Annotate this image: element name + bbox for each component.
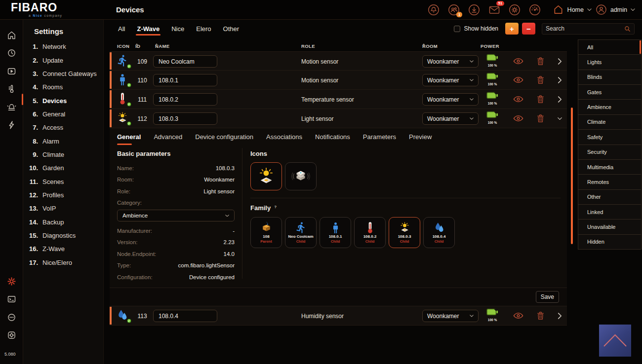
- room-select[interactable]: Woonkamer: [422, 310, 479, 322]
- sidebar-item-backup[interactable]: 14.Backup: [23, 215, 103, 228]
- mail-icon[interactable]: 51: [488, 4, 500, 16]
- tab-nice[interactable]: Nice: [170, 22, 185, 36]
- device-name-input[interactable]: [153, 93, 217, 106]
- gear-icon[interactable]: [509, 4, 521, 16]
- show-hidden-checkbox[interactable]: [454, 26, 460, 32]
- visibility-eye-icon[interactable]: [513, 76, 523, 83]
- sidebar-item-rooms[interactable]: 4.Rooms: [23, 80, 103, 94]
- delete-trash-icon[interactable]: [537, 75, 544, 84]
- expand-chevron-icon[interactable]: [557, 77, 562, 83]
- remove-device-button[interactable]: −: [522, 23, 535, 35]
- category-item-linked[interactable]: Linked: [578, 204, 641, 219]
- alarm-bell-icon[interactable]: [428, 4, 440, 16]
- sidebar-item-z-wave[interactable]: 16.Z-Wave: [23, 242, 103, 255]
- gauge-icon[interactable]: [529, 4, 541, 16]
- detail-tab-preview[interactable]: Preview: [409, 133, 432, 145]
- family-card[interactable]: 108.0.3Child: [389, 217, 420, 248]
- delete-trash-icon[interactable]: [537, 95, 544, 104]
- sidebar-item-network[interactable]: 1.Network: [23, 40, 103, 53]
- detail-tab-associations[interactable]: Associations: [266, 133, 302, 145]
- home-icon[interactable]: [0, 26, 23, 44]
- download-icon[interactable]: [468, 4, 480, 16]
- expand-chevron-icon[interactable]: [557, 96, 562, 103]
- sidebar-item-general[interactable]: 6.General: [23, 108, 103, 121]
- sidebar-item-voip[interactable]: 13.VoIP: [23, 202, 103, 215]
- room-select[interactable]: Woonkamer: [422, 93, 479, 106]
- room-select[interactable]: Woonkamer: [422, 55, 479, 68]
- user-menu[interactable]: admin: [596, 4, 642, 15]
- category-item-lights[interactable]: Lights: [578, 54, 641, 69]
- tab-all[interactable]: All: [117, 22, 126, 36]
- category-item-multimedia[interactable]: Multimedia: [578, 159, 641, 174]
- category-item-hidden[interactable]: Hidden: [578, 234, 641, 249]
- expand-chevron-icon[interactable]: [557, 58, 562, 65]
- terminal-icon[interactable]: [0, 291, 23, 309]
- room-select[interactable]: Woonkamer: [422, 74, 479, 86]
- device-row[interactable]: ✓ 112 Light sensor Woonkamer 100 %: [110, 109, 567, 128]
- expand-chevron-icon[interactable]: [557, 313, 562, 319]
- history-icon[interactable]: [0, 44, 23, 63]
- sidebar-item-garden[interactable]: 10.Garden: [23, 161, 103, 175]
- sidebar-item-diagnostics[interactable]: 15.Diagnostics: [23, 229, 103, 242]
- settings-gear-icon[interactable]: [0, 272, 23, 291]
- sidebar-item-scenes[interactable]: 11.Scenes: [23, 175, 103, 188]
- detail-tab-advanced[interactable]: Advanced: [154, 133, 182, 145]
- search-input[interactable]: [546, 25, 624, 32]
- category-item-ambience[interactable]: Ambience: [578, 99, 641, 114]
- category-item-safety[interactable]: Safety: [578, 129, 641, 144]
- device-name-input[interactable]: [153, 55, 217, 68]
- sidebar-item-profiles[interactable]: 12.Profiles: [23, 188, 103, 202]
- family-card[interactable]: 108.0.2Child: [354, 217, 386, 248]
- family-card[interactable]: 108.0.4Child: [423, 217, 455, 248]
- device-row[interactable]: ✓ 110 Motion sensor Woonkamer 100 %: [110, 71, 567, 90]
- detail-tab-general[interactable]: General: [117, 133, 141, 145]
- climate-icon[interactable]: [0, 80, 23, 99]
- category-item-all[interactable]: All: [578, 40, 641, 54]
- category-item-blinds[interactable]: Blinds: [578, 70, 641, 84]
- detail-tab-notifications[interactable]: Notifications: [315, 133, 350, 145]
- chat-icon[interactable]: [0, 308, 23, 327]
- family-card[interactable]: 108.0.1Child: [320, 217, 351, 248]
- sidebar-item-devices[interactable]: 5.Devices: [23, 94, 103, 107]
- energy-icon[interactable]: [0, 116, 23, 135]
- sidebar-item-access[interactable]: 7.Access: [23, 121, 103, 134]
- sidebar-item-nice-elero[interactable]: 17.Nice/Elero: [23, 256, 103, 269]
- visibility-eye-icon[interactable]: [513, 96, 523, 103]
- device-row[interactable]: ✓ 113 Humidity sensor Woonkamer 100 %: [110, 306, 567, 326]
- alarm-icon[interactable]: [0, 98, 23, 116]
- family-help-badge[interactable]: ?: [274, 205, 277, 209]
- device-row[interactable]: ✓ 109 Motion sensor Woonkamer 100 %: [110, 51, 567, 71]
- delete-trash-icon[interactable]: [537, 57, 544, 66]
- sidebar-item-alarm[interactable]: 8.Alarm: [23, 134, 103, 147]
- device-name-input[interactable]: [153, 310, 217, 322]
- tab-other[interactable]: Other: [222, 22, 241, 36]
- category-select[interactable]: Ambience: [117, 210, 235, 221]
- device-row[interactable]: ✓ 111 Temperature sensor Woonkamer 100 %: [110, 90, 567, 109]
- add-device-button[interactable]: +: [505, 23, 519, 35]
- save-button[interactable]: Save: [536, 291, 559, 303]
- family-card[interactable]: 108Parent: [250, 217, 282, 248]
- light-sensor-tile-icon[interactable]: [250, 162, 282, 190]
- category-item-remotes[interactable]: Remotes: [578, 174, 641, 189]
- visibility-eye-icon[interactable]: [513, 312, 523, 319]
- family-card[interactable]: Neo CoolcamChild: [285, 217, 317, 248]
- room-select[interactable]: Woonkamer: [422, 112, 479, 125]
- sidebar-item-climate[interactable]: 9.Climate: [23, 148, 103, 161]
- home-selector[interactable]: Home: [553, 4, 592, 15]
- device-name-input[interactable]: [153, 112, 217, 125]
- scroll-top-tile[interactable]: [599, 325, 631, 357]
- delete-trash-icon[interactable]: [537, 311, 544, 320]
- category-item-other[interactable]: Other: [578, 189, 641, 204]
- visibility-eye-icon[interactable]: [513, 115, 523, 122]
- device-waves-tile-icon[interactable]: [285, 162, 317, 190]
- sidebar-item-update[interactable]: 2.Update: [23, 53, 103, 67]
- detail-tab-parameters[interactable]: Parameters: [363, 133, 396, 145]
- category-item-security[interactable]: Security: [578, 145, 641, 159]
- device-name-input[interactable]: [153, 74, 217, 86]
- tab-elero[interactable]: Elero: [195, 22, 212, 36]
- detail-tab-device-configuration[interactable]: Device configuration: [195, 133, 253, 145]
- category-item-unavailable[interactable]: Unavailable: [578, 219, 641, 234]
- delete-trash-icon[interactable]: [537, 114, 544, 123]
- system-icon[interactable]: [0, 327, 23, 345]
- expand-chevron-icon[interactable]: [557, 115, 562, 122]
